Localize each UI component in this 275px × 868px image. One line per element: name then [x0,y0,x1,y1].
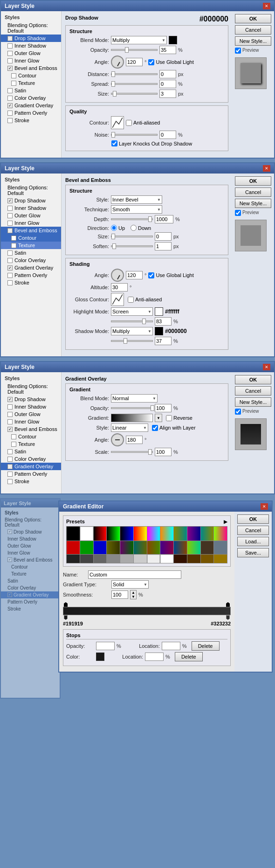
preset-12[interactable] [67,541,80,554]
stops-opacity-input[interactable] [96,642,115,650]
anti-alias-check-1[interactable]: Anti-aliased [126,120,160,126]
sidebar-satin-3[interactable]: Satin [1,448,61,455]
altitude-input-2[interactable] [111,283,128,292]
sidebar-gradient-overlay-3[interactable]: Gradient Overlay [1,463,61,470]
cb-drop-shadow-2[interactable] [7,198,13,203]
sidebar-inner-shadow-1[interactable]: Inner Shadow [1,42,61,49]
preset-32[interactable] [174,555,187,564]
go-blend-mode-select[interactable]: Normal [111,394,158,403]
dir-down-label-2[interactable]: Down [131,225,151,231]
opacity-stop-right-icon[interactable] [226,602,230,607]
preset-22[interactable] [201,541,214,554]
cb-pattern-overlay-1[interactable] [7,111,13,116]
ok-button-1[interactable]: OK [235,14,271,23]
sh-global-light-cb-2[interactable] [148,272,154,278]
dir-up-radio-2[interactable] [111,225,117,231]
stops-color-swatch[interactable] [96,653,104,661]
sidebar-blending-1[interactable]: Blending Options: Default [1,21,61,35]
cb-contour-2[interactable] [11,236,16,241]
angle-input-1[interactable] [126,58,143,66]
cancel-button-1[interactable]: Cancel [235,25,271,35]
preview-cb-1[interactable] [235,48,241,54]
preset-5[interactable] [134,527,147,541]
global-light-cb-1[interactable] [148,59,154,65]
shadow-opacity-input-2[interactable] [155,337,172,345]
stops-location-input-2[interactable] [145,653,164,661]
cb-inner-shadow-1[interactable] [7,43,13,49]
preset-15[interactable] [107,541,120,554]
depth-slider-2[interactable] [111,218,153,220]
size-slider-1[interactable] [111,93,158,95]
sidebar-outer-glow-1[interactable]: Outer Glow [1,49,61,57]
preset-14[interactable] [94,541,107,554]
sidebar-pattern-overlay-2[interactable]: Pattern Overly [1,271,61,279]
blend-mode-select-1[interactable]: Multiply [111,36,167,44]
sidebar-texture-2[interactable]: Texture [1,242,61,249]
preset-3[interactable] [107,527,120,541]
sidebar-inner-glow-1[interactable]: Inner Glow [1,57,61,64]
sidebar-drop-shadow-2[interactable]: Drop Shadow [1,197,61,204]
preset-34[interactable] [201,555,214,564]
distance-slider-1[interactable] [111,73,158,75]
sidebar-satin-2[interactable]: Satin [1,249,61,257]
ge-type-select[interactable]: Solid [111,580,149,589]
cb-texture-2[interactable] [11,243,16,248]
ge-name-input[interactable] [88,570,181,579]
cb-outer-glow-1[interactable] [7,51,13,56]
close-button-1[interactable]: ✕ [263,3,270,9]
cb-inner-shadow-2[interactable] [7,206,13,211]
spread-input-1[interactable] [159,80,176,88]
color-stop-left-icon[interactable] [64,615,68,620]
preset-29[interactable] [134,555,147,564]
cb-gradient-overlay-2[interactable] [7,265,13,271]
knocks-out-cb-1[interactable] [111,140,117,146]
stops-delete-btn-1[interactable]: Delete [192,641,220,651]
gloss-anti-alias-check-2[interactable]: Anti-aliased [128,297,162,303]
cb-bevel-2[interactable] [7,228,13,233]
preset-18[interactable] [147,541,160,554]
ge-cancel-button[interactable]: Cancel [237,526,269,535]
preset-16[interactable] [120,541,133,554]
cancel-button-3[interactable]: Cancel [235,386,271,396]
sidebar-stroke-2[interactable]: Stroke [1,279,61,286]
preset-21[interactable] [187,541,200,554]
soften-input-2[interactable] [155,242,172,250]
cb-color-overlay-3[interactable] [7,457,13,462]
highlight-color-swatch-2[interactable] [155,307,163,316]
preview-check-1[interactable]: Preview [235,48,271,54]
technique-select-2[interactable]: Smooth [111,205,162,214]
go-opacity-slider[interactable] [111,407,153,409]
sidebar-bevel-1[interactable]: Bevel and Emboss [1,64,61,72]
sidebar-contour-3[interactable]: Contour [1,433,61,440]
go-scale-slider[interactable] [111,451,153,453]
sidebar-texture-1[interactable]: Texture [1,79,61,87]
cb-gradient-overlay-1[interactable] [7,103,13,108]
preview-check-2[interactable]: Preview [235,210,271,216]
technique-select-wrap-2[interactable]: Smooth [111,205,162,214]
preset-0[interactable] [67,527,80,541]
shadow-color-swatch-2[interactable] [155,327,163,335]
sidebar-bevel-2[interactable]: Bevel and Emboss [1,227,61,234]
go-gradient-dropdown[interactable]: ▼ [155,414,162,422]
cb-inner-glow-1[interactable] [7,58,13,63]
preset-24[interactable] [67,555,80,564]
cb-inner-glow-2[interactable] [7,221,13,226]
sidebar-outer-glow-3[interactable]: Outer Glow [1,410,61,418]
go-align-layer-cb[interactable] [152,425,158,431]
ok-button-3[interactable]: OK [235,375,271,384]
anti-alias-cb-1[interactable] [126,120,132,126]
sidebar-color-overlay-3[interactable]: Color Overlay [1,455,61,463]
blend-mode-select-wrap-1[interactable]: Multiply [111,36,167,44]
ge-load-button[interactable]: Load... [237,537,269,546]
sidebar-color-overlay-2[interactable]: Color Overlay [1,257,61,264]
cb-contour-3[interactable] [11,434,16,439]
cb-color-overlay-1[interactable] [7,96,13,101]
size-input-2[interactable] [155,232,172,241]
style-select-2[interactable]: Inner Bevel [111,195,162,204]
go-style-select-wrap[interactable]: Linear [111,424,148,432]
preset-27[interactable] [107,555,120,564]
preset-20[interactable] [174,541,187,554]
go-reverse-check[interactable]: Reverse [166,415,192,421]
sidebar-color-overlay-1[interactable]: Color Overlay [1,94,61,102]
sidebar-drop-shadow-1[interactable]: Drop Shadow [1,35,61,42]
